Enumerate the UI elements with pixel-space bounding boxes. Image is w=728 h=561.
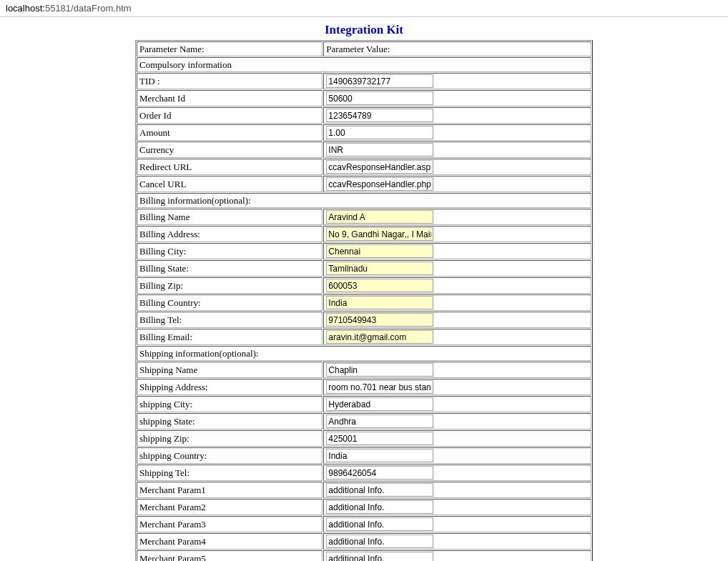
input-shipping-state[interactable] [326,414,433,428]
label-billing-name: Billing Name [137,209,323,225]
row-shipping-state: shipping State: [137,413,591,430]
input-shipping-country[interactable] [326,449,433,462]
input-tid[interactable] [326,74,433,88]
label-shipping-zip: shipping Zip: [137,430,323,447]
label-merchant-param2: Merchant Param2 [137,499,323,515]
row-shipping-country: shipping Country: [137,447,591,464]
label-billing-country: Billing Country: [137,294,323,311]
section-billing: Billing information(optional): [137,193,591,208]
input-order-id[interactable] [326,109,433,122]
row-tid: TID : [137,73,591,89]
input-merchant-param4[interactable] [326,535,433,548]
label-shipping-city: shipping City: [137,396,323,412]
label-merchant-param5: Merchant Param5 [137,550,323,561]
label-currency: Currency [137,142,323,158]
row-shipping-zip: shipping Zip: [137,430,591,447]
row-billing-email: Billing Email: [137,329,591,345]
header-row: Parameter Name: Parameter Value: [137,41,591,56]
row-merchant-param1: Merchant Param1 [137,482,591,498]
input-billing-zip[interactable] [326,279,433,292]
input-amount[interactable] [326,126,433,139]
label-billing-tel: Billing Tel: [137,312,323,328]
row-shipping-address: Shipping Address: [137,379,591,395]
row-merchant-id: Merchant Id [137,90,591,106]
header-value: Parameter Value: [323,41,591,56]
input-billing-email[interactable] [326,330,433,344]
input-redirect-url[interactable] [326,160,433,174]
label-merchant-id: Merchant Id [137,90,323,106]
input-merchant-param5[interactable] [326,552,433,561]
input-billing-city[interactable] [326,244,433,258]
input-shipping-tel[interactable] [326,466,433,480]
row-merchant-param5: Merchant Param5 [137,550,591,561]
row-billing-country: Billing Country: [137,294,591,311]
row-shipping-city: shipping City: [137,396,591,412]
label-cancel-url: Cancel URL [137,176,323,192]
parameter-table: Parameter Name: Parameter Value: Compuls… [135,40,593,561]
input-shipping-name[interactable] [326,363,433,377]
section-compulsory: Compulsory information [137,57,591,72]
label-billing-address: Billing Address: [137,226,323,242]
row-billing-tel: Billing Tel: [137,312,591,328]
row-amount: Amount [137,124,591,141]
input-billing-name[interactable] [326,210,433,224]
label-shipping-address: Shipping Address: [137,379,323,395]
row-shipping-tel: Shipping Tel: [137,465,591,481]
row-merchant-param4: Merchant Param4 [137,533,591,550]
input-shipping-zip[interactable] [326,432,433,445]
label-billing-zip: Billing Zip: [137,277,323,294]
row-shipping-name: Shipping Name [137,362,591,378]
input-merchant-param1[interactable] [326,483,433,497]
row-billing-zip: Billing Zip: [137,277,591,294]
row-billing-address: Billing Address: [137,226,591,242]
row-billing-name: Billing Name [137,209,591,225]
row-order-id: Order Id [137,107,591,124]
input-billing-address[interactable] [326,227,433,241]
page-title: Integration Kit [135,23,593,37]
input-billing-country[interactable] [326,296,433,309]
input-merchant-id[interactable] [326,91,433,105]
input-currency[interactable] [326,143,433,157]
form-container: Integration Kit Parameter Name: Paramete… [135,23,593,561]
label-merchant-param1: Merchant Param1 [137,482,323,498]
row-billing-state: Billing State: [137,260,591,277]
label-billing-state: Billing State: [137,260,323,277]
label-billing-email: Billing Email: [137,329,323,345]
row-merchant-param3: Merchant Param3 [137,516,591,532]
input-billing-state[interactable] [326,262,433,275]
input-shipping-address[interactable] [326,380,433,394]
input-cancel-url[interactable] [326,177,433,191]
label-shipping-name: Shipping Name [137,362,323,378]
label-tid: TID : [137,73,323,89]
row-merchant-param2: Merchant Param2 [137,499,591,515]
url-path: 55181/dataFrom.htm [45,3,132,14]
row-billing-city: Billing City: [137,243,591,259]
label-amount: Amount [137,124,323,141]
label-order-id: Order Id [137,107,323,124]
label-billing-city: Billing City: [137,243,323,259]
label-merchant-param3: Merchant Param3 [137,516,323,532]
label-shipping-state: shipping State: [137,413,323,430]
input-merchant-param2[interactable] [326,500,433,514]
label-redirect-url: Redirect URL [137,159,323,175]
row-redirect-url: Redirect URL [137,159,591,175]
row-currency: Currency [137,142,591,158]
input-merchant-param3[interactable] [326,517,433,531]
label-shipping-country: shipping Country: [137,447,323,464]
input-billing-tel[interactable] [326,313,433,327]
input-shipping-city[interactable] [326,397,433,411]
label-shipping-tel: Shipping Tel: [137,465,323,481]
address-bar[interactable]: localhost:55181/dataFrom.htm [0,0,728,17]
url-host: localhost: [6,3,45,14]
label-merchant-param4: Merchant Param4 [137,533,323,550]
row-cancel-url: Cancel URL [137,176,591,192]
header-name: Parameter Name: [137,41,323,56]
section-shipping: Shipping information(optional): [137,346,591,361]
